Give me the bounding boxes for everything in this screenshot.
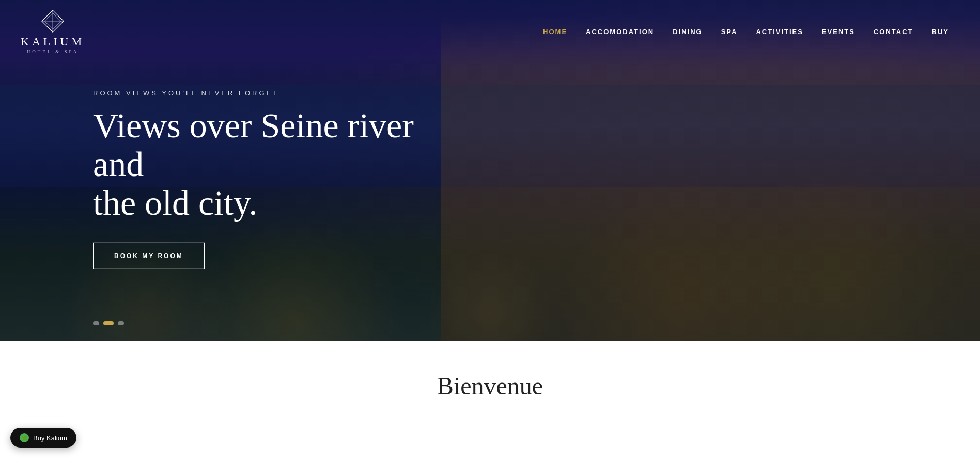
nav-events[interactable]: EVENTS bbox=[822, 28, 855, 36]
slider-dot-2[interactable] bbox=[103, 321, 114, 325]
nav-home[interactable]: HOME bbox=[543, 28, 567, 36]
hero-title-line2: the old city. bbox=[93, 183, 258, 222]
bienvenue-title: Bienvenue bbox=[10, 372, 970, 400]
main-nav: HOME ACCOMODATION DINING SPA ACTIVITIES … bbox=[543, 28, 949, 36]
nav-spa[interactable]: SPA bbox=[721, 28, 738, 36]
logo-name: KALIUM bbox=[21, 35, 85, 49]
nav-accomodation[interactable]: ACCOMODATION bbox=[586, 28, 654, 36]
logo-diamond-icon bbox=[41, 9, 65, 33]
slider-dot-3[interactable] bbox=[118, 321, 124, 325]
nav-contact[interactable]: CONTACT bbox=[874, 28, 913, 36]
bienvenue-section: Bienvenue bbox=[0, 341, 980, 410]
header: KALIUM HOTEL & SPA HOME ACCOMODATION DIN… bbox=[0, 0, 980, 63]
hero-content: ROOM VIEWS YOU'LL NEVER FORGET Views ove… bbox=[93, 89, 444, 269]
nav-activities[interactable]: ACTIVITIES bbox=[756, 28, 803, 36]
nav-dining[interactable]: DINING bbox=[673, 28, 703, 36]
hero-title-line1: Views over Seine river and bbox=[93, 106, 414, 184]
nav-buy[interactable]: BUY bbox=[932, 28, 949, 36]
slider-dots bbox=[93, 321, 124, 325]
slider-dot-1[interactable] bbox=[93, 321, 99, 325]
logo[interactable]: KALIUM HOTEL & SPA bbox=[21, 9, 85, 54]
hero-subtitle: ROOM VIEWS YOU'LL NEVER FORGET bbox=[93, 89, 444, 97]
logo-subtitle: HOTEL & SPA bbox=[27, 49, 79, 54]
book-my-room-button[interactable]: BOOK MY ROOM bbox=[93, 243, 205, 269]
hero-title: Views over Seine river and the old city. bbox=[93, 106, 444, 222]
